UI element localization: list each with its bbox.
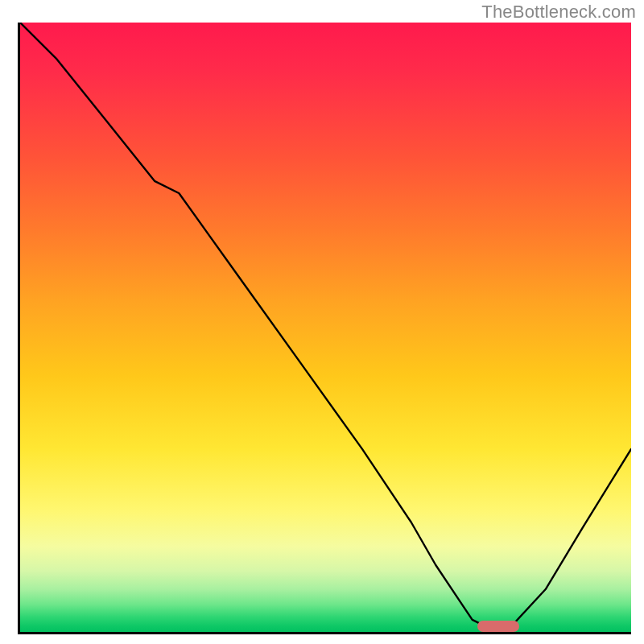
watermark-text: TheBottleneck.com xyxy=(481,2,636,23)
plot-area xyxy=(18,23,631,634)
minimum-marker xyxy=(477,621,519,632)
chart-container: TheBottleneck.com xyxy=(0,0,644,644)
curve-path xyxy=(20,23,631,629)
bottleneck-curve xyxy=(20,23,631,632)
